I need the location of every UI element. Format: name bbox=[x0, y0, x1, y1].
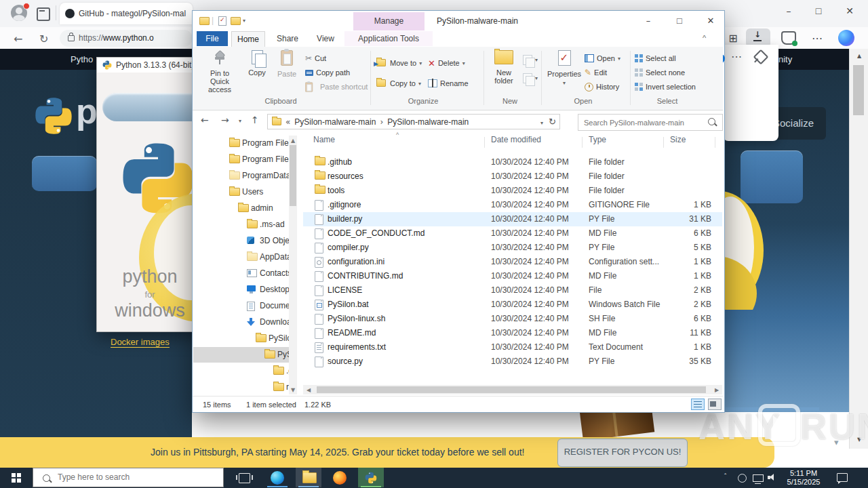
docker-images-link[interactable]: Docker images bbox=[111, 337, 170, 348]
tree-item[interactable]: Users bbox=[193, 184, 297, 200]
open-button[interactable]: Open▾ bbox=[585, 52, 620, 65]
taskbar-clock[interactable]: 5:11 PM 5/15/2025 bbox=[781, 469, 826, 487]
tree-item[interactable]: PySilon-malware-main bbox=[193, 331, 297, 346]
column-divider[interactable] bbox=[484, 137, 485, 148]
downloads-more-icon[interactable]: ⋯ bbox=[731, 50, 742, 63]
breadcrumb[interactable]: « PySilon-malware-main › PySilon-malware… bbox=[267, 114, 560, 129]
file-row[interactable]: resources10/30/2024 12:40 PMFile folder bbox=[303, 169, 722, 184]
browser-close-button[interactable]: ✕ bbox=[840, 5, 860, 16]
start-button[interactable] bbox=[12, 473, 21, 483]
thumbnails-view-button[interactable] bbox=[708, 399, 722, 410]
edit-button[interactable]: ✎ Edit bbox=[585, 66, 607, 79]
taskbar-explorer-button[interactable] bbox=[296, 468, 321, 487]
pin-to-quick-access-button[interactable]: Pin to Quick access bbox=[200, 50, 239, 94]
scroll-left-icon[interactable]: ◀ bbox=[304, 387, 313, 393]
tree-item[interactable]: .ms-ad bbox=[193, 217, 297, 232]
tree-item[interactable]: .github bbox=[193, 363, 297, 379]
tray-status-icon[interactable] bbox=[738, 474, 747, 483]
tree-item[interactable]: PySilon-malware-main bbox=[193, 347, 297, 363]
qat-newfolder-icon[interactable] bbox=[231, 17, 241, 25]
address-dropdown-icon[interactable]: ▾ bbox=[540, 120, 543, 126]
breadcrumb-item[interactable]: PySilon-malware-main bbox=[387, 117, 469, 127]
rename-button[interactable]: Rename bbox=[428, 77, 469, 90]
nav-forward-icon[interactable]: → bbox=[221, 115, 229, 125]
select-none-button[interactable]: Select none bbox=[635, 66, 685, 79]
file-row[interactable]: CODE_OF_CONDUCT.md10/30/2024 12:40 PMMD … bbox=[303, 226, 722, 241]
tab-application-tools[interactable]: Application Tools bbox=[344, 31, 433, 46]
horizontal-scrollbar-thumb[interactable] bbox=[317, 386, 706, 393]
tree-item[interactable]: Program Files bbox=[193, 136, 297, 151]
column-header-date[interactable]: Date modified bbox=[491, 135, 541, 144]
qat-folder-icon[interactable] bbox=[199, 17, 210, 25]
properties-button[interactable]: Properties▾ bbox=[546, 50, 583, 87]
explorer-maximize-button[interactable]: □ bbox=[664, 11, 695, 30]
column-header-size[interactable]: Size bbox=[670, 135, 686, 144]
manage-tab[interactable]: Manage bbox=[353, 12, 425, 30]
explorer-title-bar[interactable]: | ▾ Manage PySilon-malware-main – □ ✕ bbox=[193, 11, 723, 31]
history-button[interactable]: History bbox=[585, 80, 619, 94]
page-scrollbar[interactable]: ▲ ▼ bbox=[849, 49, 868, 449]
file-row[interactable]: LICENSE10/30/2024 12:40 PMFile2 KB bbox=[303, 283, 722, 298]
tree-item[interactable]: Downloads bbox=[193, 314, 297, 330]
paste-shortcut-button[interactable]: Paste shortcut bbox=[305, 80, 368, 94]
tree-item[interactable]: AppData bbox=[193, 249, 297, 265]
tab-view[interactable]: View bbox=[311, 31, 340, 46]
scroll-up-icon[interactable]: ▲ bbox=[855, 53, 863, 59]
tab-home[interactable]: Home bbox=[231, 31, 265, 47]
new-folder-button[interactable]: New folder bbox=[488, 50, 520, 85]
refresh-icon[interactable]: ↻ bbox=[549, 117, 556, 127]
copilot-icon[interactable] bbox=[838, 30, 854, 46]
task-view-icon[interactable] bbox=[239, 473, 250, 483]
browser-tab[interactable]: GitHub - mategol/PySilon-mal bbox=[60, 3, 193, 24]
page-scrollbar-thumb[interactable] bbox=[853, 65, 864, 115]
file-row[interactable]: PySilon.bat10/30/2024 12:40 PMWindows Ba… bbox=[303, 298, 722, 312]
file-row[interactable]: PySilon-linux.sh10/30/2024 12:40 PMSH Fi… bbox=[303, 312, 722, 326]
file-row[interactable]: source.py10/30/2024 12:40 PMPY File35 KB bbox=[303, 354, 722, 369]
move-to-button[interactable]: ▶ Move to▾ bbox=[376, 56, 422, 70]
scroll-up-icon[interactable]: ▲ bbox=[289, 138, 297, 144]
file-row[interactable]: requirements.txt10/30/2024 12:40 PMText … bbox=[303, 340, 722, 354]
pyorg-button-left[interactable] bbox=[32, 156, 97, 191]
cut-button[interactable]: ✂ Cut bbox=[305, 52, 326, 65]
file-row[interactable]: configuration.ini10/30/2024 12:40 PMConf… bbox=[303, 255, 722, 269]
browser-minimize-button[interactable]: – bbox=[778, 5, 799, 16]
explorer-minimize-button[interactable]: – bbox=[633, 11, 664, 30]
tree-item[interactable]: Desktop bbox=[193, 282, 297, 298]
invert-selection-button[interactable]: Invert selection bbox=[635, 80, 696, 94]
explorer-close-button[interactable]: ✕ bbox=[695, 11, 726, 30]
network-icon[interactable] bbox=[753, 474, 764, 482]
downloads-pin-icon[interactable] bbox=[753, 49, 769, 65]
copy-to-button[interactable]: Copy to▾ bbox=[376, 77, 421, 90]
qat-properties-icon[interactable] bbox=[218, 16, 226, 26]
taskbar-edge-button[interactable] bbox=[264, 468, 290, 487]
nav-history-caret-icon[interactable]: ▾ bbox=[239, 118, 241, 124]
tab-actions-icon[interactable] bbox=[37, 7, 50, 21]
new-item-button[interactable]: ▾ bbox=[523, 53, 538, 66]
file-row[interactable]: compiler.py10/30/2024 12:40 PMPY File5 K… bbox=[303, 241, 722, 255]
tree-item[interactable]: Contacts bbox=[193, 266, 297, 281]
tree-scrollbar[interactable]: ▲ ▼ bbox=[289, 136, 297, 394]
tab-file[interactable]: File bbox=[197, 31, 228, 46]
scroll-right-icon[interactable]: ▶ bbox=[713, 387, 721, 393]
browser-essentials-icon[interactable] bbox=[781, 31, 796, 45]
column-header-type[interactable]: Type bbox=[589, 135, 606, 144]
details-view-button[interactable] bbox=[691, 399, 705, 410]
breadcrumb-item[interactable]: PySilon-malware-main bbox=[294, 117, 376, 127]
pyorg-nav-left[interactable]: Pytho bbox=[71, 54, 96, 64]
browser-restore-button[interactable]: □ bbox=[808, 5, 829, 16]
column-divider[interactable] bbox=[582, 137, 583, 148]
nav-up-icon[interactable]: ↑ bbox=[251, 115, 259, 125]
easy-access-button[interactable]: ▾ bbox=[523, 71, 538, 85]
tree-item[interactable]: Documents bbox=[193, 298, 297, 314]
search-input[interactable] bbox=[583, 116, 706, 129]
tree-item[interactable]: 3D Objects bbox=[193, 233, 297, 249]
tray-expand-icon[interactable]: ˆ bbox=[724, 473, 726, 481]
file-row[interactable]: builder.py10/30/2024 12:40 PMPY File31 K… bbox=[303, 212, 722, 226]
taskbar-firefox-button[interactable] bbox=[327, 468, 353, 487]
delete-button[interactable]: ✕ Delete▾ bbox=[428, 56, 465, 70]
register-pycon-button[interactable]: REGISTER FOR PYCON US! bbox=[557, 439, 688, 467]
browser-address-bar[interactable]: https://www.python.o bbox=[60, 30, 193, 47]
ribbon-collapse-icon[interactable] bbox=[703, 33, 706, 43]
nav-back-icon[interactable]: ← bbox=[201, 115, 209, 125]
column-header-name[interactable]: Name bbox=[313, 135, 335, 144]
